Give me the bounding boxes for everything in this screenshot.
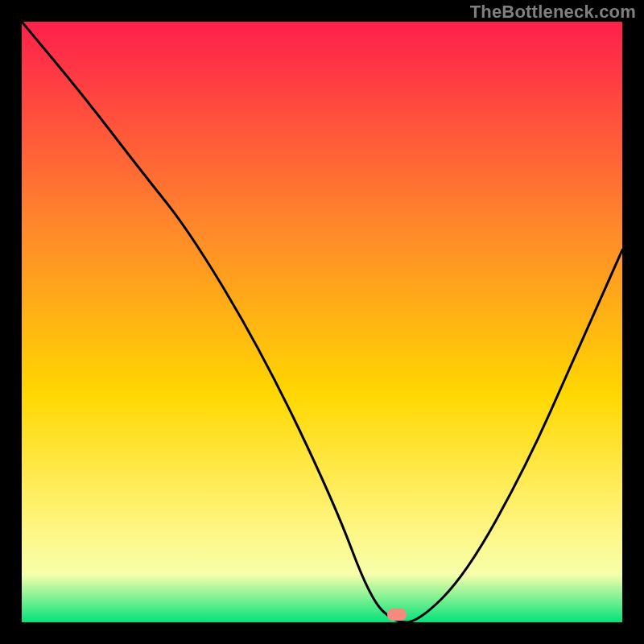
chart-svg xyxy=(22,22,622,622)
chart-frame: TheBottleneck.com xyxy=(0,0,644,644)
plot-area xyxy=(22,22,622,622)
gradient-background xyxy=(22,22,622,622)
optimal-marker xyxy=(387,609,407,621)
watermark-text: TheBottleneck.com xyxy=(470,2,636,23)
